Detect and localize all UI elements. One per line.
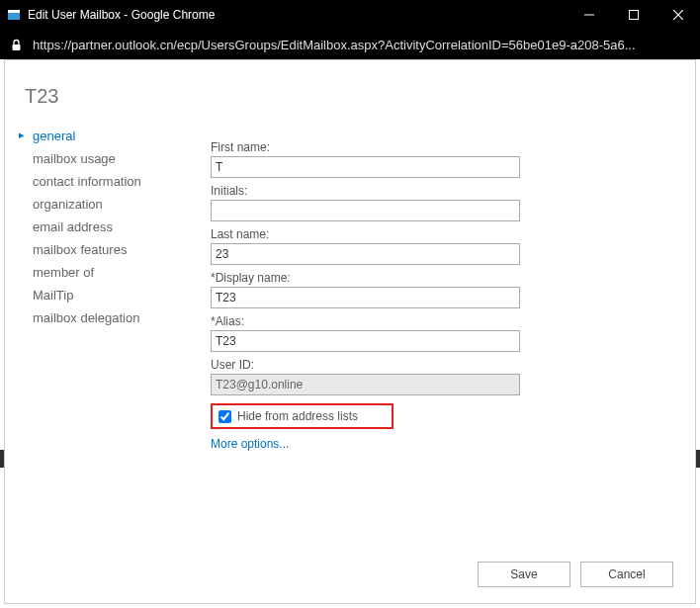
display-name-label: *Display name:: [211, 271, 527, 285]
lock-icon: [10, 39, 23, 51]
hide-from-lists-checkbox[interactable]: [219, 410, 231, 423]
initials-field[interactable]: [211, 200, 520, 221]
close-button[interactable]: [656, 0, 700, 30]
sidebar-item-mailtip[interactable]: MailTip: [19, 284, 187, 306]
user-id-label: User ID:: [211, 358, 527, 372]
last-name-field[interactable]: [211, 243, 520, 265]
svg-rect-6: [13, 44, 21, 50]
sidebar: general mailbox usage contact informatio…: [19, 125, 187, 329]
sidebar-item-mailbox-features[interactable]: mailbox features: [19, 238, 187, 261]
window-title: Edit User Mailbox - Google Chrome: [28, 8, 567, 22]
sidebar-item-mailbox-delegation[interactable]: mailbox delegation: [19, 306, 187, 329]
general-form: First name: Initials: Last name: *Displa…: [211, 134, 527, 452]
alias-field[interactable]: [211, 330, 520, 352]
first-name-field[interactable]: [211, 156, 520, 178]
svg-rect-1: [8, 10, 20, 13]
last-name-label: Last name:: [211, 227, 527, 241]
sidebar-item-organization[interactable]: organization: [19, 193, 187, 216]
sidebar-item-mailbox-usage[interactable]: mailbox usage: [19, 147, 187, 170]
maximize-button[interactable]: [611, 0, 656, 30]
sidebar-item-email-address[interactable]: email address: [19, 216, 187, 238]
initials-label: Initials:: [211, 184, 527, 198]
hide-from-lists-label: Hide from address lists: [237, 409, 358, 423]
shadow-edge-right: [696, 450, 700, 468]
sidebar-item-general[interactable]: general: [19, 125, 187, 147]
cancel-button[interactable]: Cancel: [580, 562, 673, 587]
page-title: T23: [25, 85, 58, 108]
favicon: [6, 7, 22, 23]
svg-rect-3: [629, 11, 638, 20]
sidebar-item-contact-information[interactable]: contact information: [19, 170, 187, 193]
user-id-value: T23@g10.online: [211, 374, 520, 395]
display-name-field[interactable]: [211, 287, 520, 308]
save-button[interactable]: Save: [478, 562, 570, 587]
more-options-link[interactable]: More options...: [211, 437, 289, 451]
first-name-label: First name:: [211, 140, 527, 154]
hide-from-lists-highlight: Hide from address lists: [211, 403, 394, 429]
alias-label: *Alias:: [211, 314, 527, 328]
sidebar-item-member-of[interactable]: member of: [19, 261, 187, 284]
minimize-button[interactable]: [567, 0, 611, 30]
address-bar-url[interactable]: https://partner.outlook.cn/ecp/UsersGrou…: [33, 38, 690, 52]
